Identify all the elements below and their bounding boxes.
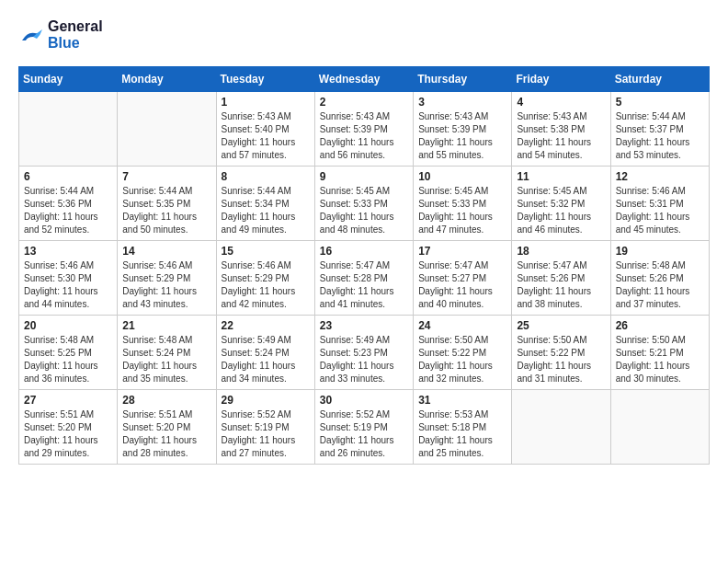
day-number: 23 [320, 319, 408, 332]
day-info: Sunrise: 5:49 AM Sunset: 5:23 PM Dayligh… [320, 334, 408, 385]
day-info: Sunrise: 5:46 AM Sunset: 5:29 PM Dayligh… [122, 259, 210, 311]
day-number: 31 [418, 394, 506, 407]
calendar-day-cell: 4Sunrise: 5:43 AM Sunset: 5:38 PM Daylig… [512, 92, 610, 167]
calendar-day-cell: 12Sunrise: 5:46 AM Sunset: 5:31 PM Dayli… [610, 167, 709, 241]
day-info: Sunrise: 5:44 AM Sunset: 5:34 PM Dayligh… [222, 185, 310, 236]
calendar-day-cell: 3Sunrise: 5:43 AM Sunset: 5:39 PM Daylig… [414, 92, 512, 167]
calendar-day-cell: 8Sunrise: 5:44 AM Sunset: 5:34 PM Daylig… [216, 167, 314, 241]
calendar-week-row: 13Sunrise: 5:46 AM Sunset: 5:30 PM Dayli… [19, 241, 710, 316]
day-info: Sunrise: 5:53 AM Sunset: 5:18 PM Dayligh… [418, 408, 506, 460]
calendar-day-cell [512, 390, 610, 465]
calendar-day-cell: 5Sunrise: 5:44 AM Sunset: 5:37 PM Daylig… [610, 92, 709, 167]
day-number: 1 [222, 96, 310, 109]
day-number: 13 [24, 245, 112, 258]
calendar-day-cell: 25Sunrise: 5:50 AM Sunset: 5:22 PM Dayli… [512, 316, 610, 390]
calendar-day-cell: 27Sunrise: 5:51 AM Sunset: 5:20 PM Dayli… [19, 390, 118, 465]
calendar-header-row: SundayMondayTuesdayWednesdayThursdayFrid… [19, 67, 710, 92]
day-info: Sunrise: 5:45 AM Sunset: 5:32 PM Dayligh… [517, 185, 605, 236]
calendar-day-cell: 2Sunrise: 5:43 AM Sunset: 5:39 PM Daylig… [314, 92, 413, 167]
calendar-day-cell: 17Sunrise: 5:47 AM Sunset: 5:27 PM Dayli… [414, 241, 512, 316]
calendar-day-cell: 6Sunrise: 5:44 AM Sunset: 5:36 PM Daylig… [19, 167, 118, 241]
day-info: Sunrise: 5:52 AM Sunset: 5:19 PM Dayligh… [222, 408, 310, 460]
weekday-header: Saturday [610, 67, 709, 92]
day-number: 16 [320, 245, 408, 258]
calendar-day-cell: 31Sunrise: 5:53 AM Sunset: 5:18 PM Dayli… [414, 390, 512, 465]
day-info: Sunrise: 5:48 AM Sunset: 5:26 PM Dayligh… [616, 259, 704, 311]
calendar-week-row: 6Sunrise: 5:44 AM Sunset: 5:36 PM Daylig… [19, 167, 710, 241]
day-info: Sunrise: 5:44 AM Sunset: 5:35 PM Dayligh… [122, 185, 210, 236]
day-number: 25 [517, 319, 605, 332]
calendar-day-cell: 26Sunrise: 5:50 AM Sunset: 5:21 PM Dayli… [610, 316, 709, 390]
calendar-day-cell: 11Sunrise: 5:45 AM Sunset: 5:32 PM Dayli… [512, 167, 610, 241]
day-number: 6 [24, 170, 112, 183]
day-info: Sunrise: 5:44 AM Sunset: 5:37 PM Dayligh… [616, 110, 704, 162]
day-info: Sunrise: 5:43 AM Sunset: 5:39 PM Dayligh… [320, 110, 408, 162]
day-info: Sunrise: 5:47 AM Sunset: 5:28 PM Dayligh… [320, 259, 408, 311]
calendar-day-cell: 7Sunrise: 5:44 AM Sunset: 5:35 PM Daylig… [118, 167, 216, 241]
day-info: Sunrise: 5:47 AM Sunset: 5:27 PM Dayligh… [418, 259, 506, 311]
day-number: 22 [222, 319, 310, 332]
calendar-day-cell: 13Sunrise: 5:46 AM Sunset: 5:30 PM Dayli… [19, 241, 118, 316]
day-number: 10 [418, 170, 506, 183]
calendar-day-cell: 9Sunrise: 5:45 AM Sunset: 5:33 PM Daylig… [314, 167, 413, 241]
day-info: Sunrise: 5:51 AM Sunset: 5:20 PM Dayligh… [122, 408, 210, 460]
day-info: Sunrise: 5:50 AM Sunset: 5:22 PM Dayligh… [517, 334, 605, 385]
day-number: 21 [122, 319, 210, 332]
day-info: Sunrise: 5:47 AM Sunset: 5:26 PM Dayligh… [517, 259, 605, 311]
day-number: 7 [122, 170, 210, 183]
day-info: Sunrise: 5:48 AM Sunset: 5:24 PM Dayligh… [122, 334, 210, 385]
calendar-day-cell: 20Sunrise: 5:48 AM Sunset: 5:25 PM Dayli… [19, 316, 118, 390]
day-number: 26 [616, 319, 704, 332]
day-number: 20 [24, 319, 112, 332]
calendar-day-cell: 19Sunrise: 5:48 AM Sunset: 5:26 PM Dayli… [610, 241, 709, 316]
day-number: 9 [320, 170, 408, 183]
logo-text: General Blue [48, 18, 103, 52]
calendar-day-cell [19, 92, 118, 167]
day-number: 8 [222, 170, 310, 183]
day-info: Sunrise: 5:43 AM Sunset: 5:39 PM Dayligh… [418, 110, 506, 162]
calendar-day-cell: 14Sunrise: 5:46 AM Sunset: 5:29 PM Dayli… [118, 241, 216, 316]
day-info: Sunrise: 5:48 AM Sunset: 5:25 PM Dayligh… [24, 334, 112, 385]
day-number: 17 [418, 245, 506, 258]
day-info: Sunrise: 5:46 AM Sunset: 5:29 PM Dayligh… [222, 259, 310, 311]
day-info: Sunrise: 5:45 AM Sunset: 5:33 PM Dayligh… [320, 185, 408, 236]
calendar-day-cell: 24Sunrise: 5:50 AM Sunset: 5:22 PM Dayli… [414, 316, 512, 390]
calendar-week-row: 27Sunrise: 5:51 AM Sunset: 5:20 PM Dayli… [19, 390, 710, 465]
day-number: 11 [517, 170, 605, 183]
day-info: Sunrise: 5:43 AM Sunset: 5:40 PM Dayligh… [222, 110, 310, 162]
calendar-day-cell: 15Sunrise: 5:46 AM Sunset: 5:29 PM Dayli… [216, 241, 314, 316]
day-number: 12 [616, 170, 704, 183]
day-number: 29 [222, 394, 310, 407]
day-info: Sunrise: 5:52 AM Sunset: 5:19 PM Dayligh… [320, 408, 408, 460]
calendar-day-cell [118, 92, 216, 167]
day-number: 30 [320, 394, 408, 407]
day-info: Sunrise: 5:46 AM Sunset: 5:30 PM Dayligh… [24, 259, 112, 311]
day-number: 24 [418, 319, 506, 332]
day-number: 2 [320, 96, 408, 109]
day-number: 14 [122, 245, 210, 258]
day-number: 28 [122, 394, 210, 407]
day-number: 15 [222, 245, 310, 258]
calendar-day-cell: 21Sunrise: 5:48 AM Sunset: 5:24 PM Dayli… [118, 316, 216, 390]
calendar-table: SundayMondayTuesdayWednesdayThursdayFrid… [18, 66, 710, 465]
day-info: Sunrise: 5:46 AM Sunset: 5:31 PM Dayligh… [616, 185, 704, 236]
weekday-header: Sunday [19, 67, 118, 92]
logo: General Blue [18, 18, 103, 52]
calendar-day-cell: 1Sunrise: 5:43 AM Sunset: 5:40 PM Daylig… [216, 92, 314, 167]
day-info: Sunrise: 5:49 AM Sunset: 5:24 PM Dayligh… [222, 334, 310, 385]
calendar-day-cell: 28Sunrise: 5:51 AM Sunset: 5:20 PM Dayli… [118, 390, 216, 465]
day-info: Sunrise: 5:43 AM Sunset: 5:38 PM Dayligh… [517, 110, 605, 162]
calendar-day-cell: 23Sunrise: 5:49 AM Sunset: 5:23 PM Dayli… [314, 316, 413, 390]
calendar-day-cell: 10Sunrise: 5:45 AM Sunset: 5:33 PM Dayli… [414, 167, 512, 241]
weekday-header: Monday [118, 67, 216, 92]
day-info: Sunrise: 5:50 AM Sunset: 5:22 PM Dayligh… [418, 334, 506, 385]
day-number: 18 [517, 245, 605, 258]
day-info: Sunrise: 5:44 AM Sunset: 5:36 PM Dayligh… [24, 185, 112, 236]
logo-icon [18, 24, 44, 46]
calendar-day-cell: 22Sunrise: 5:49 AM Sunset: 5:24 PM Dayli… [216, 316, 314, 390]
calendar-day-cell: 29Sunrise: 5:52 AM Sunset: 5:19 PM Dayli… [216, 390, 314, 465]
calendar-week-row: 1Sunrise: 5:43 AM Sunset: 5:40 PM Daylig… [19, 92, 710, 167]
day-info: Sunrise: 5:50 AM Sunset: 5:21 PM Dayligh… [616, 334, 704, 385]
day-number: 5 [616, 96, 704, 109]
calendar-day-cell: 30Sunrise: 5:52 AM Sunset: 5:19 PM Dayli… [314, 390, 413, 465]
